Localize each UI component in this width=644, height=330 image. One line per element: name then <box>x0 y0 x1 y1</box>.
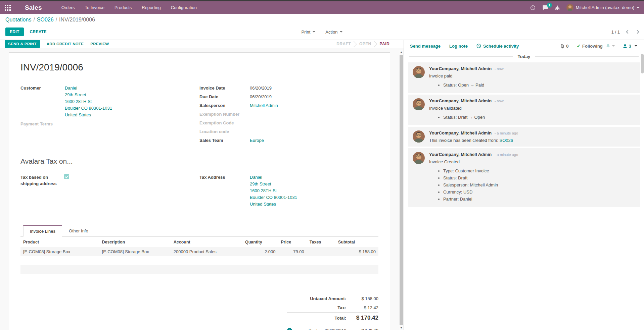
chevron-down-icon[interactable] <box>635 45 637 47</box>
status-step-paid[interactable]: PAID <box>377 42 392 46</box>
tax-address-line[interactable]: 29th Street <box>250 181 271 186</box>
chatter-scrollbar-thumb[interactable] <box>641 54 644 73</box>
tracking-item: Currency: USD <box>443 188 635 196</box>
menu-to-invoice[interactable]: To Invoice <box>85 5 104 10</box>
chatter-scrollbar[interactable] <box>641 49 644 330</box>
col-subtotal: Subtotal <box>335 237 378 247</box>
customer-link[interactable]: Daniel <box>65 86 77 91</box>
tax-address-line[interactable]: 1600 28TH St <box>250 188 277 193</box>
salesperson-link[interactable]: Mitchell Admin <box>250 103 278 108</box>
print-label: Print <box>302 30 311 35</box>
pager-next-icon[interactable] <box>635 30 639 34</box>
chatter-header: Send message Log note Schedule activity … <box>404 40 644 51</box>
edit-button[interactable]: EDIT <box>5 28 24 36</box>
pager-previous-icon[interactable] <box>626 30 630 34</box>
message-time: - now <box>495 99 504 103</box>
untaxed-amount-label: Untaxed Amount: <box>287 296 350 301</box>
customer-address-line[interactable]: Boulder CO 80301-1031 <box>65 106 112 111</box>
exemption-code-label: Exemption Code <box>199 120 250 126</box>
following-label: Following <box>582 44 603 49</box>
form-scrollbar[interactable]: ▲ ▼ <box>399 50 403 330</box>
tab-invoice-lines[interactable]: Invoice Lines <box>23 225 62 237</box>
message-author[interactable]: YourCompany, Mitchell Admin <box>429 130 492 135</box>
breadcrumb-quotations[interactable]: Quotations <box>5 17 31 22</box>
clock-icon <box>476 44 481 48</box>
attachments-button[interactable]: 0 <box>560 44 568 49</box>
scroll-up-icon[interactable]: ▲ <box>399 51 403 54</box>
cell-account: 200000 Product Sales <box>171 247 242 257</box>
message-body: Invoice Created <box>429 159 635 164</box>
message-body: Invoice validated <box>429 106 635 111</box>
message-time: - a minute ago <box>495 131 518 135</box>
action-dropdown[interactable]: Action <box>325 30 342 35</box>
cell-description: [E-COM08] Storage Box <box>99 247 171 257</box>
breadcrumb-separator: / <box>33 17 35 22</box>
activities-clock-icon[interactable] <box>530 5 536 10</box>
cell-subtotal: $ 158.00 <box>335 247 378 257</box>
tax-address-line[interactable]: Boulder CO 80301-1031 <box>250 195 297 200</box>
form-scrollbar-thumb[interactable] <box>400 55 403 325</box>
tax-address-line[interactable]: United States <box>250 202 276 207</box>
message-author[interactable]: YourCompany, Mitchell Admin <box>429 98 492 103</box>
customer-address: Daniel 29th Street 1600 28TH St Boulder … <box>65 85 112 118</box>
location-code-label: Location code <box>199 128 250 135</box>
source-order-link[interactable]: SO026 <box>500 138 513 143</box>
bug-icon[interactable] <box>555 5 560 10</box>
message-author[interactable]: YourCompany, Mitchell Admin <box>429 66 492 71</box>
tax-address-line[interactable]: Daniel <box>250 175 262 180</box>
message-author[interactable]: YourCompany, Mitchell Admin <box>429 152 492 157</box>
payment-info-icon[interactable]: i <box>287 328 292 330</box>
invoice-form-panel: SEND & PRINT ADD CREDIT NOTE PREVIEW DRA… <box>0 40 404 330</box>
status-steps: DRAFT OPEN PAID <box>334 40 392 48</box>
customer-address-line[interactable]: 29th Street <box>65 92 86 97</box>
form-statusbar: SEND & PRINT ADD CREDIT NOTE PREVIEW DRA… <box>0 40 404 48</box>
table-empty-row <box>20 265 378 274</box>
message-body: This invoice has been created from: SO02… <box>429 138 635 143</box>
cell-price: 79.00 <box>278 247 307 257</box>
app-title[interactable]: Sales <box>25 4 42 11</box>
create-button[interactable]: CREATE <box>30 30 47 34</box>
menu-orders[interactable]: Orders <box>61 5 75 10</box>
col-product: Product <box>20 237 99 247</box>
salesperson-label: Salesperson <box>199 102 250 109</box>
tax-address: Daniel 29th Street 1600 28TH St Boulder … <box>250 174 297 208</box>
messages-icon[interactable]: 1 <box>542 5 548 10</box>
send-message-button[interactable]: Send message <box>410 44 441 49</box>
customer-address-line[interactable]: 1600 28TH St <box>65 99 92 104</box>
scroll-down-icon[interactable]: ▼ <box>399 326 403 329</box>
chatter-message: YourCompany, Mitchell Admin - a minute a… <box>408 148 640 207</box>
log-note-button[interactable]: Log note <box>449 44 468 49</box>
tax-shipping-checkbox[interactable] <box>64 174 69 179</box>
apps-grid-icon[interactable] <box>5 5 15 11</box>
chevron-down-icon <box>637 7 639 8</box>
sales-team-link[interactable]: Europe <box>250 138 264 143</box>
user-menu[interactable]: Mitchell Admin (avatax_demo) <box>566 4 639 11</box>
chatter-message: YourCompany, Mitchell Admin - a minute a… <box>408 127 640 147</box>
cell-quantity: 2.000 <box>242 247 278 257</box>
table-row[interactable]: [E-COM08] Storage Box [E-COM08] Storage … <box>20 247 378 257</box>
control-panel: Quotations/SO026/INV/2019/0006 EDIT CREA… <box>0 14 644 40</box>
schedule-activity-button[interactable]: Schedule activity <box>476 44 519 49</box>
menu-products[interactable]: Products <box>114 5 132 10</box>
chevron-down-icon[interactable] <box>612 45 615 47</box>
user-avatar <box>566 4 573 11</box>
menu-reporting[interactable]: Reporting <box>142 5 160 10</box>
print-dropdown[interactable]: Print <box>302 30 316 35</box>
menu-configuration[interactable]: Configuration <box>171 5 197 10</box>
sales-team-label: Sales Team <box>199 137 250 144</box>
check-icon: ✓ <box>577 43 581 49</box>
customer-address-line[interactable]: United States <box>65 112 91 117</box>
tab-other-info[interactable]: Other Info <box>62 225 95 236</box>
message-time: - now <box>495 67 504 71</box>
col-account: Account <box>171 237 242 247</box>
today-label: Today <box>518 54 530 59</box>
follower-person-icon <box>623 44 627 48</box>
followers-button[interactable]: 3 <box>623 44 637 49</box>
tracking-item: Status: Draft → Open <box>443 114 635 121</box>
breadcrumb-so026[interactable]: SO026 <box>37 17 54 22</box>
preview-button[interactable]: PREVIEW <box>90 42 109 46</box>
table-empty-row <box>20 256 378 265</box>
send-print-button[interactable]: SEND & PRINT <box>5 40 40 48</box>
add-credit-note-button[interactable]: ADD CREDIT NOTE <box>47 42 84 46</box>
following-button[interactable]: ✓ Following <box>577 43 614 49</box>
